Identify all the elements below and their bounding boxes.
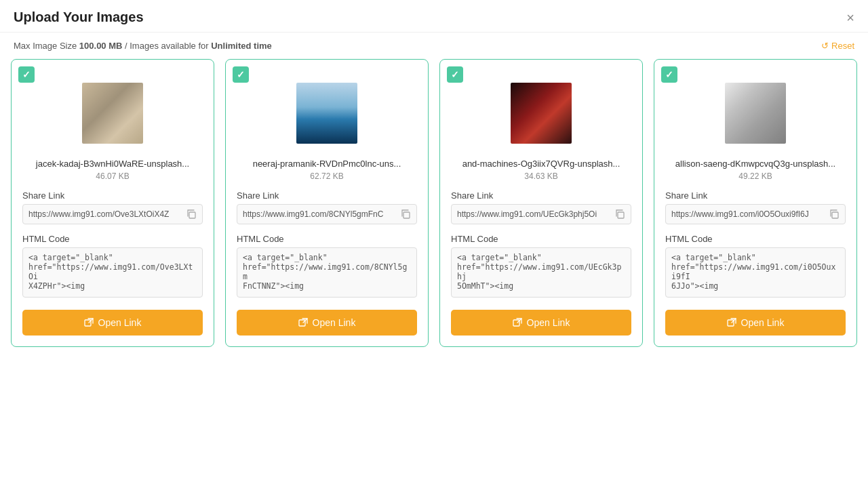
subheader: Max Image Size 100.00 MB / Images availa… [0,33,868,59]
svg-rect-1 [85,320,91,326]
svg-rect-3 [299,320,305,326]
image-thumb-4 [725,83,786,144]
reset-button[interactable]: ↺ Reset [821,41,854,51]
check-badge-4: ✓ [661,66,677,83]
share-link-row-1 [22,204,203,224]
subheader-info: Max Image Size 100.00 MB / Images availa… [14,41,272,51]
check-badge-1: ✓ [18,66,35,83]
availability: Unlimited time [211,41,272,51]
open-link-button-4[interactable]: Open Link [665,310,846,336]
image-thumb-1 [82,83,143,144]
check-badge-3: ✓ [447,66,463,83]
share-link-input-2[interactable] [237,205,395,224]
share-link-label-1: Share Link [22,190,203,201]
file-size-2: 62.72 KB [237,171,417,181]
copy-link-button-3[interactable] [609,205,631,224]
file-name-4: allison-saeng-dKmwpcvqQ3g-unsplash... [665,159,846,169]
image-thumb-2 [296,83,357,144]
copy-link-button-2[interactable] [395,205,416,224]
share-link-row-3 [451,204,631,224]
svg-rect-2 [403,212,410,218]
image-container-2 [237,76,417,150]
reset-label: Reset [831,41,854,51]
share-link-input-3[interactable] [452,205,609,224]
share-link-label-3: Share Link [451,190,631,201]
image-container-1 [22,76,203,150]
file-name-1: jacek-kadaj-B3wnHi0WaRE-unsplash... [22,159,203,169]
image-container-4 [665,76,846,150]
file-size-3: 34.63 KB [451,171,631,181]
file-name-3: and-machines-Og3iix7QVRg-unsplash... [451,159,631,169]
image-thumb-3 [511,83,572,144]
html-code-textarea-3[interactable]: <a target="_blank" href="https://www.img… [451,247,631,298]
share-link-input-1[interactable] [23,205,180,224]
copy-link-button-4[interactable] [823,205,845,224]
card-2: ✓ neeraj-pramanik-RVDnPmc0lnc-uns... 62.… [225,59,429,347]
reset-icon: ↺ [821,41,829,51]
image-container-3 [451,76,631,150]
card-3: ✓ and-machines-Og3iix7QVRg-unsplash... 3… [439,59,643,347]
card-4: ✓ allison-saeng-dKmwpcvqQ3g-unsplash... … [654,59,857,347]
open-link-button-3[interactable]: Open Link [451,310,631,336]
share-link-label-2: Share Link [237,190,417,201]
html-code-label-2: HTML Code [237,234,417,244]
html-code-textarea-4[interactable]: <a target="_blank" href="https://www.img… [665,247,846,298]
html-code-label-3: HTML Code [451,234,631,244]
svg-rect-0 [189,212,195,218]
share-link-input-4[interactable] [666,205,823,224]
svg-rect-4 [618,212,624,218]
dialog-header: Upload Your Images × [0,0,868,33]
close-button[interactable]: × [846,11,854,24]
cards-container: ✓ jacek-kadaj-B3wnHi0WaRE-unsplash... 46… [0,59,868,358]
svg-rect-5 [513,320,519,326]
svg-rect-7 [728,320,734,326]
html-code-textarea-2[interactable]: <a target="_blank" href="https://www.img… [237,247,417,298]
open-link-button-1[interactable]: Open Link [22,310,203,336]
share-link-label-4: Share Link [665,190,846,201]
page-title: Upload Your Images [14,9,144,25]
open-link-button-2[interactable]: Open Link [237,310,417,336]
share-link-row-4 [665,204,846,224]
copy-link-button-1[interactable] [180,205,202,224]
info-middle: / Images available for [122,41,211,51]
share-link-row-2 [237,204,417,224]
svg-rect-6 [832,212,838,218]
html-code-textarea-1[interactable]: <a target="_blank" href="https://www.img… [22,247,203,298]
file-size-4: 49.22 KB [665,171,846,181]
info-prefix: Max Image Size [14,41,79,51]
html-code-label-4: HTML Code [665,234,846,244]
file-size-1: 46.07 KB [22,171,203,181]
max-size: 100.00 MB [79,41,123,51]
file-name-2: neeraj-pramanik-RVDnPmc0lnc-uns... [237,159,417,169]
card-1: ✓ jacek-kadaj-B3wnHi0WaRE-unsplash... 46… [11,59,214,347]
check-badge-2: ✓ [233,66,249,83]
html-code-label-1: HTML Code [22,234,203,244]
